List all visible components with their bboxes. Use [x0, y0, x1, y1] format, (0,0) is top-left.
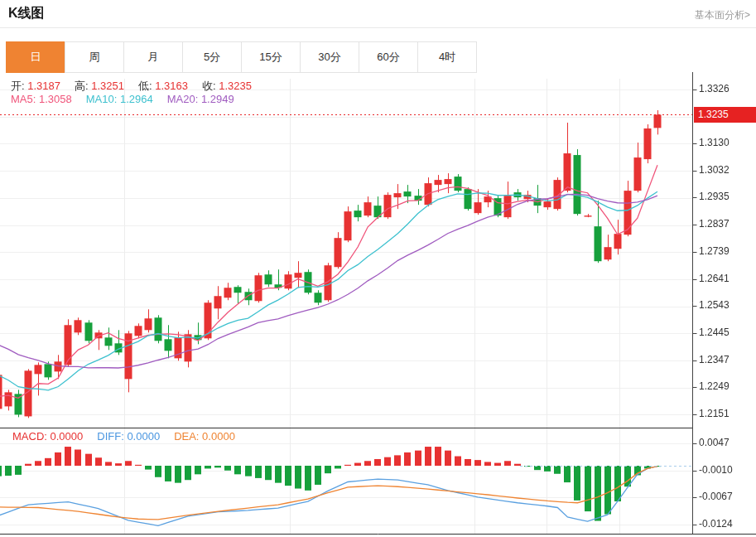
interval-tab-0[interactable]: 日 — [6, 41, 65, 73]
macd-legend: MACD: 0.0000DIFF: 0.0000DEA: 0.0000 — [12, 430, 249, 443]
interval-tab-5[interactable]: 30分 — [300, 41, 359, 73]
ohlc-item-3: 收: 1.3235 — [202, 80, 252, 92]
fundamental-analysis-link[interactable]: 基本面分析> — [695, 8, 750, 22]
ohlc-legend: 开: 1.3187高: 1.3251低: 1.3163收: 1.3235 — [11, 79, 266, 94]
price-tick-label: 1.2347 — [699, 354, 730, 365]
ma-item-1: MA10: 1.2964 — [86, 93, 153, 105]
interval-tab-1[interactable]: 周 — [65, 41, 124, 73]
price-tick-label: 1.3326 — [699, 83, 730, 94]
price-tick-label: 1.2249 — [699, 380, 730, 392]
price-tick-label: 1.3130 — [699, 137, 730, 148]
ma-legend: MA5: 1.3058MA10: 1.2964MA20: 1.2949 — [11, 93, 248, 105]
ma-item-2: MA20: 1.2949 — [167, 93, 234, 105]
price-tick-label: 1.2739 — [699, 245, 730, 257]
price-tick-label: 1.2641 — [699, 273, 730, 284]
interval-tab-4[interactable]: 15分 — [241, 41, 301, 73]
ohlc-item-1: 高: 1.3251 — [75, 80, 124, 92]
kline-page: K线图 基本面分析> 日周月5分15分30分60分4时 开: 1.3187高: … — [0, 0, 756, 537]
macd-tick-label: -0.0067 — [699, 491, 733, 502]
macd-tick-label: -0.0010 — [699, 464, 733, 476]
header-divider — [0, 27, 756, 28]
interval-tab-3[interactable]: 5分 — [182, 41, 242, 73]
macd-tick-label: -0.0124 — [699, 518, 733, 530]
price-tick-label: 1.2837 — [699, 218, 730, 230]
price-tick-label: 1.2151 — [699, 408, 730, 419]
price-tick-label: 1.3032 — [699, 164, 730, 176]
interval-tab-2[interactable]: 月 — [123, 41, 183, 73]
price-tick-label: 1.2543 — [699, 299, 730, 311]
interval-tab-6[interactable]: 60分 — [359, 41, 418, 73]
current-price-tag: 1.3235 — [694, 107, 756, 123]
macd-tick-label: 0.0047 — [699, 437, 730, 448]
macdlg-item-2: DEA: 0.0000 — [174, 430, 235, 443]
page-title: K线图 — [8, 5, 45, 22]
interval-tab-7[interactable]: 4时 — [417, 41, 477, 73]
price-tick-label: 1.2445 — [699, 327, 730, 338]
ma-item-0: MA5: 1.3058 — [11, 93, 72, 105]
macdlg-item-0: MACD: 0.0000 — [12, 430, 83, 443]
ohlc-item-0: 开: 1.3187 — [11, 80, 60, 92]
price-tick-label: 1.2935 — [699, 191, 730, 202]
interval-tabs: 日周月5分15分30分60分4时 — [7, 41, 477, 73]
macdlg-item-1: DIFF: 0.0000 — [97, 430, 160, 443]
ohlc-item-2: 低: 1.3163 — [138, 80, 188, 92]
